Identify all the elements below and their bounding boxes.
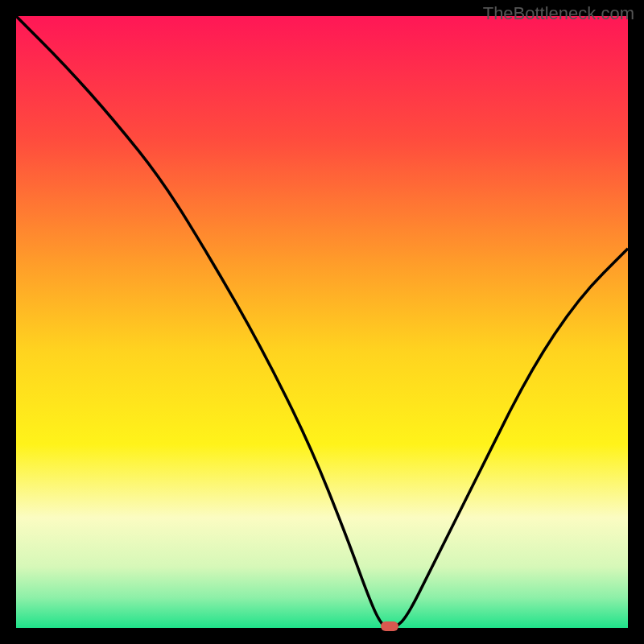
curve-plot bbox=[16, 16, 628, 628]
bottleneck-curve-line bbox=[16, 16, 628, 628]
optimal-point-marker bbox=[381, 621, 398, 631]
chart-container bbox=[16, 16, 628, 628]
watermark-text: TheBottleneck.com bbox=[483, 3, 634, 24]
